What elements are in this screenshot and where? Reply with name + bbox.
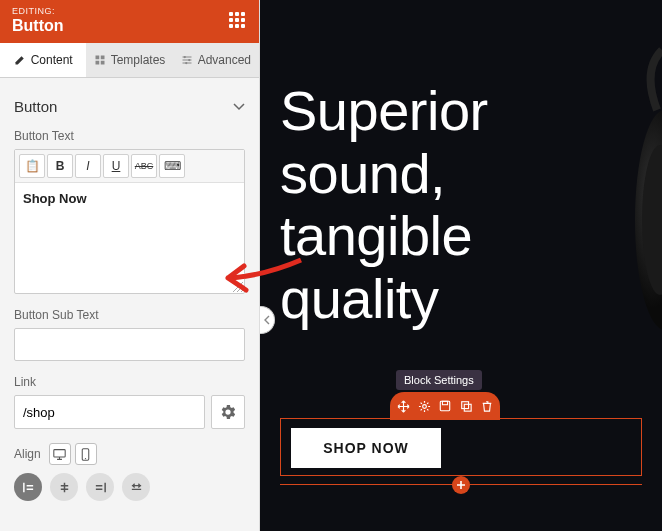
editing-label: EDITING:: [12, 6, 247, 16]
svg-point-5: [85, 457, 86, 458]
mobile-icon: [79, 448, 92, 461]
editing-title: Button: [12, 17, 247, 35]
italic-icon: I: [86, 159, 89, 173]
desktop-device-button[interactable]: [49, 443, 71, 465]
align-justify-button[interactable]: [122, 473, 150, 501]
clipboard-icon: 📋: [25, 159, 40, 173]
paste-button[interactable]: 📋: [19, 154, 45, 178]
block-settings-button[interactable]: [417, 399, 431, 413]
section-button-title: Button: [14, 98, 57, 115]
keyboard-button[interactable]: ⌨: [159, 154, 185, 178]
gear-icon: [418, 400, 431, 413]
hero-line-1: Superior: [280, 80, 488, 143]
tab-templates[interactable]: Templates: [86, 43, 172, 77]
hero-line-4: quality: [280, 268, 488, 331]
svg-rect-12: [464, 404, 471, 411]
apps-grid-icon[interactable]: [229, 12, 247, 30]
align-center-button[interactable]: [50, 473, 78, 501]
templates-icon: [94, 54, 106, 66]
save-icon: [439, 400, 451, 412]
pencil-icon: [14, 54, 26, 66]
align-right-icon: [94, 481, 107, 494]
align-right-button[interactable]: [86, 473, 114, 501]
delete-block-button[interactable]: [480, 399, 494, 413]
desktop-icon: [53, 448, 66, 461]
section-button[interactable]: Button: [14, 92, 245, 129]
tab-advanced-label: Advanced: [198, 53, 251, 67]
svg-point-2: [185, 62, 187, 64]
button-subtext-input[interactable]: [14, 328, 245, 361]
sliders-icon: [181, 54, 193, 66]
underline-icon: U: [112, 159, 121, 173]
gear-icon: [221, 405, 235, 419]
block-settings-tooltip: Block Settings: [396, 370, 482, 390]
settings-panel: Button Button Text 📋 B I U ABC ⌨ Shop No…: [0, 78, 259, 531]
canvas-preview: Superior sound, tangible quality Block S…: [260, 0, 662, 531]
save-block-button[interactable]: [438, 399, 452, 413]
button-text-input[interactable]: Shop Now: [15, 183, 244, 293]
tab-content-label: Content: [31, 53, 73, 67]
svg-point-1: [188, 59, 190, 61]
tab-advanced[interactable]: Advanced: [173, 43, 259, 77]
align-left-button[interactable]: [14, 473, 42, 501]
bold-icon: B: [56, 159, 65, 173]
button-text-label: Button Text: [14, 129, 245, 143]
align-justify-icon: [130, 481, 143, 494]
align-label: Align: [14, 447, 41, 461]
chevron-left-icon: [264, 315, 270, 325]
svg-point-8: [422, 404, 426, 408]
svg-rect-9: [440, 401, 449, 410]
move-block-button[interactable]: [396, 399, 410, 413]
strikethrough-button[interactable]: ABC: [131, 154, 157, 178]
add-block-button[interactable]: [452, 476, 470, 494]
shop-now-button[interactable]: SHOP NOW: [291, 428, 441, 468]
duplicate-block-button[interactable]: [459, 399, 473, 413]
plus-icon: [456, 480, 466, 490]
sidebar-header: EDITING: Button: [0, 0, 259, 43]
align-center-icon: [58, 481, 71, 494]
align-left-icon: [22, 481, 35, 494]
editor-sidebar: EDITING: Button Content Templates Advanc…: [0, 0, 260, 531]
device-toggle: [49, 443, 97, 465]
align-header-row: Align: [14, 443, 245, 465]
svg-rect-11: [462, 402, 469, 409]
editor-tabs: Content Templates Advanced: [0, 43, 259, 78]
hero-line-2: sound,: [280, 143, 488, 206]
link-input[interactable]: [14, 395, 205, 429]
richtext-toolbar: 📋 B I U ABC ⌨: [15, 150, 244, 183]
bold-button[interactable]: B: [47, 154, 73, 178]
richtext-editor: 📋 B I U ABC ⌨ Shop Now: [14, 149, 245, 294]
move-icon: [397, 400, 410, 413]
italic-button[interactable]: I: [75, 154, 101, 178]
svg-rect-10: [442, 401, 447, 404]
link-settings-button[interactable]: [211, 395, 245, 429]
button-block-frame[interactable]: SHOP NOW: [280, 418, 642, 476]
hero-heading: Superior sound, tangible quality: [280, 80, 488, 331]
block-toolbar: [390, 392, 500, 420]
tab-templates-label: Templates: [111, 53, 166, 67]
strike-icon: ABC: [135, 161, 154, 171]
underline-button[interactable]: U: [103, 154, 129, 178]
svg-point-0: [183, 56, 185, 58]
align-buttons: [14, 473, 245, 501]
link-label: Link: [14, 375, 245, 389]
resize-handle-icon[interactable]: [233, 282, 243, 292]
tab-content[interactable]: Content: [0, 43, 86, 77]
mobile-device-button[interactable]: [75, 443, 97, 465]
copy-icon: [460, 400, 472, 412]
collapse-sidebar-button[interactable]: [260, 306, 275, 334]
trash-icon: [481, 400, 493, 412]
headphone-image: [622, 40, 662, 400]
chevron-down-icon: [233, 103, 245, 111]
keyboard-icon: ⌨: [164, 159, 181, 173]
svg-rect-3: [54, 449, 65, 456]
hero-line-3: tangible: [280, 205, 488, 268]
button-subtext-label: Button Sub Text: [14, 308, 245, 322]
link-row: [14, 395, 245, 429]
